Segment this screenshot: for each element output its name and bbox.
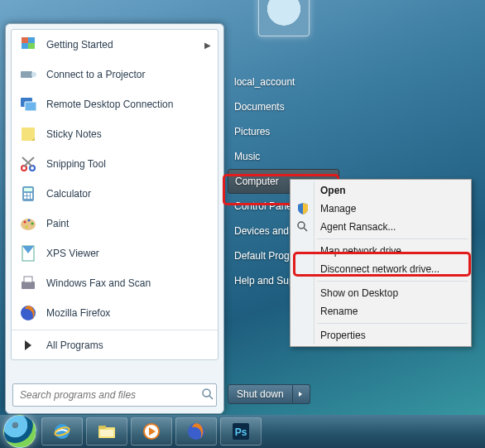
svg-rect-17 [24,196,26,199]
svg-line-29 [209,396,213,399]
program-label: Windows Fax and Scan [46,277,211,289]
all-programs[interactable]: All Programs [12,330,218,360]
right-item-music[interactable]: Music [228,144,339,169]
svg-point-20 [24,221,26,224]
search-icon [199,388,216,403]
context-separator [317,238,468,239]
rdp-icon [18,94,38,114]
svg-rect-3 [21,71,32,78]
program-label: Snipping Tool [46,158,211,170]
user-avatar[interactable] [258,0,310,36]
svg-rect-15 [27,193,30,195]
svg-rect-6 [25,102,36,111]
submenu-arrow-icon: ▶ [204,41,211,50]
context-item-label: Map network drive... [320,245,410,257]
firefox-icon [185,421,207,442]
snip-icon [18,154,38,174]
svg-point-28 [203,389,210,397]
program-label: XPS Viewer [46,248,211,259]
svg-point-30 [298,222,305,229]
svg-point-4 [31,72,36,77]
program-windows-fax-scan[interactable]: Windows Fax and Scan [12,268,218,298]
context-item-label: Rename [320,306,358,317]
program-label: Getting Started [46,39,196,51]
program-paint[interactable]: Paint [12,209,218,238]
context-manage[interactable]: Manage [292,200,469,218]
projector-icon [18,65,38,84]
context-disconnect-network-drive[interactable]: Disconnect network drive... [292,260,469,278]
svg-text:Ps: Ps [235,426,247,438]
flag-icon [18,35,38,55]
program-mozilla-firefox[interactable]: Mozilla Firefox [12,298,218,328]
context-item-label: Agent Ransack... [320,221,396,233]
start-menu: Getting Started▶Connect to a ProjectorRe… [5,23,224,414]
context-rename[interactable]: Rename [292,302,469,320]
context-map-network-drive[interactable]: Map network drive... [292,242,469,260]
all-programs-arrow-icon [18,335,38,355]
program-xps-viewer[interactable]: XPS Viewer [12,238,218,268]
shutdown-options-button[interactable] [293,384,310,404]
internet-explorer-icon [51,421,73,442]
program-label: Calculator [46,188,211,200]
shutdown-button[interactable]: Shut down [228,384,293,404]
program-label: Connect to a Projector [46,69,211,80]
program-snipping-tool[interactable]: Snipping Tool [12,149,218,179]
desktop: Getting Started▶Connect to a ProjectorRe… [0,0,485,448]
svg-point-21 [28,219,31,222]
taskbar-wmp[interactable] [131,417,172,446]
user-name-item[interactable]: local_account [228,70,339,94]
program-label: Sticky Notes [46,128,211,140]
svg-rect-7 [22,128,35,141]
taskbar-explorer[interactable] [86,417,127,446]
context-properties[interactable]: Properties [292,326,469,344]
taskbar: Ps [0,415,485,448]
search-input[interactable] [13,389,199,401]
calc-icon [18,184,38,204]
taskbar-firefox[interactable] [175,417,217,446]
svg-rect-36 [100,430,113,436]
program-getting-started[interactable]: Getting Started▶ [12,30,218,60]
shield-icon [296,202,310,215]
context-menu: OpenManageAgent Ransack...Map network dr… [290,179,472,347]
xps-icon [18,243,38,263]
search-icon [296,220,310,234]
search-box[interactable] [12,383,217,407]
program-sticky-notes[interactable]: Sticky Notes [12,119,218,149]
program-remote-desktop[interactable]: Remote Desktop Connection [12,89,218,119]
context-separator [317,281,468,282]
program-connect-projector[interactable]: Connect to a Projector [12,60,218,89]
media-player-icon [141,421,162,442]
program-label: Remote Desktop Connection [46,99,211,110]
context-item-label: Disconnect network drive... [320,263,439,275]
taskbar-photoshop[interactable]: Ps [220,417,262,446]
context-item-label: Show on Desktop [320,287,398,299]
svg-rect-16 [31,193,32,199]
svg-rect-13 [24,188,32,191]
svg-rect-26 [24,277,32,282]
all-programs-label: All Programs [46,340,211,351]
program-calculator[interactable]: Calculator [12,179,218,209]
context-open[interactable]: Open [292,181,469,200]
taskbar-ie[interactable] [41,417,83,446]
program-list: Getting Started▶Connect to a ProjectorRe… [11,29,218,360]
context-agent-ransack[interactable]: Agent Ransack... [292,218,469,236]
svg-rect-18 [27,196,30,199]
svg-rect-1 [22,37,28,43]
svg-rect-35 [98,426,106,429]
context-item-label: Manage [320,203,356,214]
photoshop-icon: Ps [230,421,252,442]
right-item-pictures[interactable]: Pictures [228,119,339,144]
right-item-documents[interactable]: Documents [228,94,339,119]
paint-icon [18,214,38,234]
file-explorer-icon [96,421,118,442]
sticky-icon [18,124,38,144]
svg-rect-2 [28,43,35,49]
program-label: Mozilla Firefox [46,307,211,319]
context-show-on-desktop[interactable]: Show on Desktop [292,284,469,302]
firefox-icon [18,303,38,323]
start-orb[interactable] [3,415,36,448]
context-separator [317,323,468,324]
svg-rect-14 [24,193,26,195]
context-item-label: Open [320,185,346,196]
fax-icon [18,273,38,293]
